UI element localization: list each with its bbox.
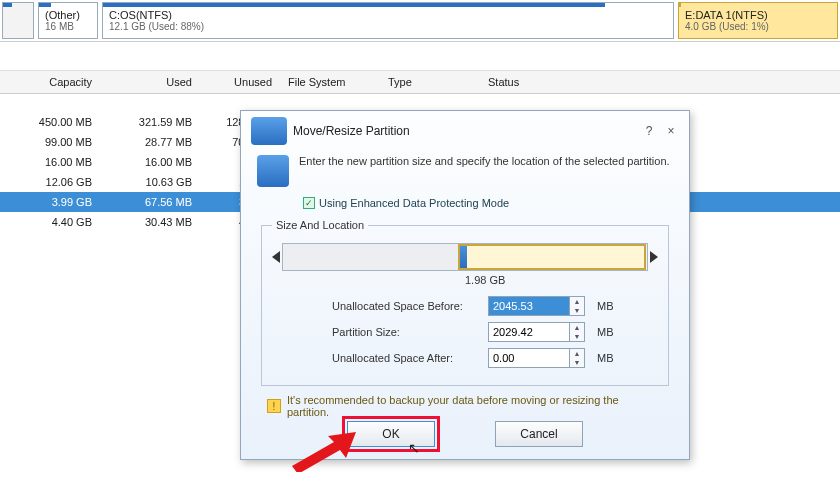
partition-icon (251, 117, 287, 145)
partition-slider[interactable]: 1.98 GB (272, 243, 658, 271)
disk-bar: (Other)16 MB C:OS(NTFS)12.1 GB (Used: 88… (0, 0, 840, 42)
cursor-icon: ↖ (408, 440, 420, 456)
before-label: Unallocated Space Before: (332, 300, 482, 312)
size-label: Partition Size: (332, 326, 482, 338)
col-status[interactable]: Status (480, 76, 840, 88)
dialog-intro: Enter the new partition size and specify… (299, 155, 670, 167)
check-icon: ✓ (303, 197, 315, 209)
ok-button[interactable]: OK (347, 421, 435, 447)
cancel-button[interactable]: Cancel (495, 421, 583, 447)
help-button[interactable]: ? (641, 124, 657, 138)
slider-track[interactable]: 1.98 GB (282, 243, 648, 271)
col-used[interactable]: Used (100, 76, 200, 88)
col-capacity[interactable]: Capacity (0, 76, 100, 88)
dialog-title: Move/Resize Partition (293, 124, 410, 138)
unallocated-before-input[interactable] (488, 296, 570, 316)
unallocated-after-input[interactable] (488, 348, 570, 368)
disk-icon (257, 155, 289, 187)
disk-e-data[interactable]: E:DATA 1(NTFS)4.0 GB (Used: 1%) (678, 2, 838, 39)
disk-blank (2, 2, 34, 39)
partition-size-label: 1.98 GB (465, 274, 505, 286)
size-location-group: Size And Location 1.98 GB Unallocated Sp… (261, 219, 669, 386)
warning-text: It's recommended to backup your data bef… (287, 394, 663, 418)
col-unused[interactable]: Unused (200, 76, 280, 88)
unit-label: MB (597, 352, 614, 364)
after-label: Unallocated Space After: (332, 352, 482, 364)
warning-row: ! It's recommended to backup your data b… (267, 394, 663, 418)
before-spinner[interactable]: ▲▼ (570, 296, 585, 316)
enhanced-mode-checkbox[interactable]: ✓ Using Enhanced Data Protecting Mode (303, 197, 673, 209)
chevron-right-icon[interactable] (650, 251, 658, 263)
size-spinner[interactable]: ▲▼ (570, 322, 585, 342)
after-spinner[interactable]: ▲▼ (570, 348, 585, 368)
partition-block[interactable] (458, 244, 646, 270)
unit-label: MB (597, 300, 614, 312)
chevron-left-icon[interactable] (272, 251, 280, 263)
group-legend: Size And Location (272, 219, 368, 231)
warning-icon: ! (267, 399, 281, 413)
col-type[interactable]: Type (380, 76, 480, 88)
col-filesystem[interactable]: File System (280, 76, 380, 88)
move-resize-dialog: Move/Resize Partition ? × Enter the new … (240, 110, 690, 460)
partition-size-input[interactable] (488, 322, 570, 342)
close-button[interactable]: × (663, 124, 679, 138)
disk-other[interactable]: (Other)16 MB (38, 2, 98, 39)
unit-label: MB (597, 326, 614, 338)
disk-c-os[interactable]: C:OS(NTFS)12.1 GB (Used: 88%) (102, 2, 674, 39)
table-header: Capacity Used Unused File System Type St… (0, 70, 840, 94)
